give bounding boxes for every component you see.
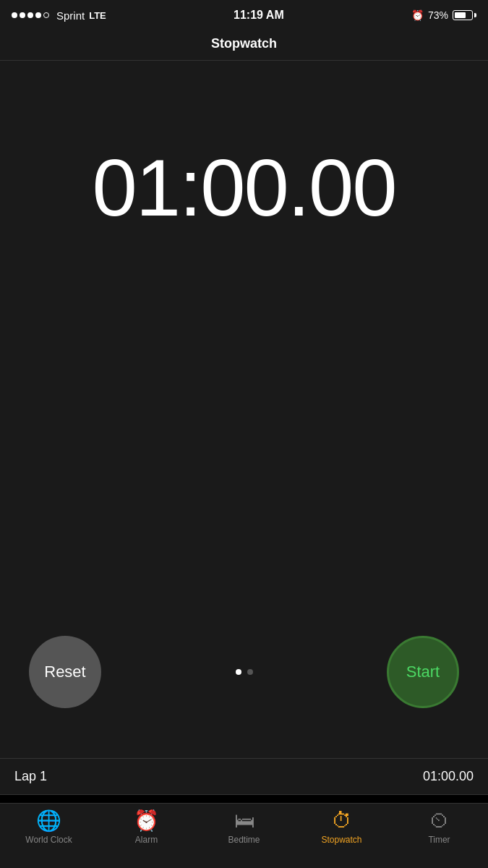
signal-dot-3 <box>27 12 33 18</box>
lap-list: Lap 1 01:00.00 <box>0 758 488 795</box>
carrier-text: Sprint <box>56 9 85 22</box>
bedtime-icon: 🛏 <box>234 811 254 831</box>
signal-dot-1 <box>12 12 17 18</box>
timer-time: 01:00.00 <box>93 148 396 229</box>
battery-percent: 73% <box>428 9 448 21</box>
status-right: ⏰ 73% <box>411 9 476 21</box>
battery-fill <box>455 12 466 18</box>
status-bar: Sprint LTE 11:19 AM ⏰ 73% <box>0 0 488 29</box>
world-clock-icon: 🌐 <box>36 811 61 831</box>
timer-display: 01:00.00 <box>93 148 396 229</box>
tab-alarm-label: Alarm <box>135 835 158 845</box>
lap-time: 01:00.00 <box>423 769 474 784</box>
stopwatch-icon: ⏱ <box>332 811 352 831</box>
alarm-icon-status: ⏰ <box>411 9 424 21</box>
tab-bedtime[interactable]: 🛏 Bedtime <box>215 811 273 845</box>
page-indicators <box>236 669 253 675</box>
status-time: 11:19 AM <box>234 9 284 22</box>
tab-bar: 🌐 World Clock ⏰ Alarm 🛏 Bedtime ⏱ Stopwa… <box>0 803 488 868</box>
table-row: Lap 1 01:00.00 <box>0 758 488 794</box>
signal-dot-4 <box>35 12 41 18</box>
page-dot-1 <box>236 669 241 675</box>
alarm-icon: ⏰ <box>134 811 159 831</box>
battery-icon <box>453 10 476 20</box>
nav-title: Stopwatch <box>211 36 277 51</box>
tab-stopwatch[interactable]: ⏱ Stopwatch <box>313 811 371 845</box>
tab-world-clock-label: World Clock <box>25 835 72 845</box>
tab-timer[interactable]: ⏲ Timer <box>411 811 468 845</box>
tab-bedtime-label: Bedtime <box>228 835 260 845</box>
start-button[interactable]: Start <box>387 636 459 708</box>
lap-divider <box>0 794 488 795</box>
lte-text: LTE <box>89 10 106 21</box>
reset-button[interactable]: Reset <box>29 636 101 708</box>
battery-tip <box>474 13 476 17</box>
nav-bar: Stopwatch <box>0 29 488 61</box>
tab-timer-label: Timer <box>428 835 450 845</box>
signal-dot-5 <box>43 12 49 18</box>
battery-body <box>453 10 473 20</box>
tab-world-clock[interactable]: 🌐 World Clock <box>20 811 78 845</box>
tab-alarm[interactable]: ⏰ Alarm <box>118 811 176 845</box>
page-dot-2 <box>247 669 253 675</box>
controls-area: Reset Start <box>0 636 488 708</box>
lap-label: Lap 1 <box>14 769 47 784</box>
status-left: Sprint LTE <box>12 9 106 22</box>
signal-dot-2 <box>20 12 25 18</box>
main-content: 01:00.00 Reset Start Lap 1 01:00.00 <box>0 61 488 795</box>
timer-icon: ⏲ <box>429 811 450 831</box>
signal-dots <box>12 12 49 18</box>
tab-stopwatch-label: Stopwatch <box>321 835 361 845</box>
